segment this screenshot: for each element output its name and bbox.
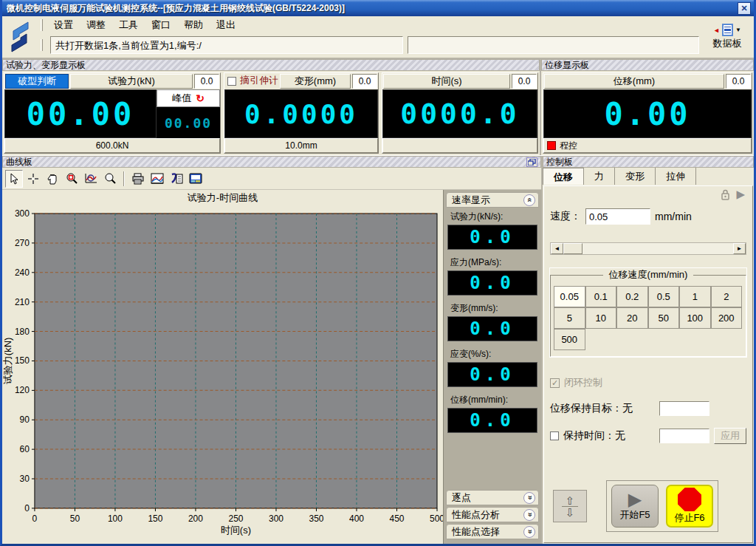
display-panels-row: 试验力、变形显示板 破型判断 试验力(kN) 0.0 00.00 峰值 bbox=[2, 59, 754, 155]
jog-up-icon: ⇧ bbox=[566, 496, 575, 505]
databoard-arrow-icon: ◄ bbox=[713, 27, 720, 34]
curve-panel-title: 曲线板 bbox=[6, 157, 32, 167]
scrollbar-thumb[interactable] bbox=[563, 243, 583, 254]
app-logo bbox=[2, 16, 36, 58]
start-button[interactable]: ▶ 开始F5 bbox=[611, 485, 659, 528]
collapsed-section-1[interactable]: 逐点« bbox=[446, 490, 539, 505]
force-label: 试验力(kN) bbox=[70, 74, 193, 89]
data-status-field: 共打开数据1条,当前位置为1,编号:/ bbox=[50, 36, 403, 54]
apply-button[interactable]: 应用 bbox=[714, 428, 746, 444]
deform-lcd: 0.0000 bbox=[224, 89, 378, 138]
menu-bar: 设置调整工具窗口帮助退出 bbox=[36, 16, 701, 34]
menu-item-4[interactable]: 窗口 bbox=[146, 17, 176, 33]
collapse-down-icon[interactable]: « bbox=[523, 526, 535, 538]
window-title: 微机控制电液伺服万能试验机测控系统--[预应力混凝土用钢绞线试验(GB/T522… bbox=[7, 2, 738, 15]
pointer-tool-icon[interactable] bbox=[5, 170, 23, 188]
zoom-chart-tool-icon[interactable] bbox=[82, 170, 100, 188]
tab-2[interactable]: 力 bbox=[584, 168, 615, 185]
rate-item: 位移(mm/min):0.0 bbox=[447, 392, 537, 433]
rate-panel-header[interactable]: 速率显示 « bbox=[446, 192, 539, 208]
close-icon[interactable]: ✕ bbox=[738, 2, 751, 15]
hand-tool-icon[interactable] bbox=[44, 170, 61, 188]
deform-label: 变形(mm) bbox=[280, 74, 351, 89]
zoom-reset-tool-icon[interactable] bbox=[101, 170, 119, 188]
speed-preset-button-2[interactable]: 2 bbox=[711, 286, 743, 307]
speed-preset-button-10[interactable]: 10 bbox=[585, 307, 617, 329]
collapsed-section-2[interactable]: 性能点分析« bbox=[446, 507, 539, 522]
tab-4[interactable]: 拉伸 bbox=[656, 168, 696, 185]
jog-updown-button[interactable]: ⇧ ⇩ bbox=[553, 490, 587, 522]
chart-options-icon[interactable] bbox=[148, 170, 166, 188]
speed-preset-button-100[interactable]: 100 bbox=[679, 307, 711, 329]
databoard-dropdown-icon[interactable]: ▼ bbox=[735, 27, 741, 33]
scrollbar-track[interactable] bbox=[563, 243, 733, 254]
rate-item: 应力(MPa/s):0.0 bbox=[447, 255, 537, 296]
control-panel: 控制板 位移力变形拉伸 ▶ 速度： mm/min ◄ ► bbox=[543, 156, 754, 544]
crosshair-tool-icon[interactable] bbox=[24, 170, 42, 188]
speed-preset-button-0.5[interactable]: 0.5 bbox=[648, 286, 680, 307]
title-bar: 微机控制电液伺服万能试验机测控系统--[预应力混凝土用钢绞线试验(GB/T522… bbox=[2, 0, 754, 16]
hold-time-input[interactable] bbox=[659, 429, 709, 443]
top-toolbar-zone: 设置调整工具窗口帮助退出 共打开数据1条,当前位置为1,编号:/ ◄ ▼ 数据板 bbox=[2, 16, 754, 59]
speed-preset-button-50[interactable]: 50 bbox=[648, 307, 680, 329]
display-options-icon[interactable] bbox=[187, 170, 205, 188]
collapse-up-icon[interactable]: « bbox=[523, 194, 535, 206]
speed-scrollbar[interactable]: ◄ ► bbox=[550, 242, 746, 255]
scrollbar-left-icon[interactable]: ◄ bbox=[551, 243, 563, 254]
rate-item-label: 应力(MPa/s): bbox=[447, 255, 537, 270]
menu-item-2[interactable]: 调整 bbox=[81, 17, 111, 33]
force-lcd: 00.00 bbox=[4, 89, 157, 138]
force-display-unit: 破型判断 试验力(kN) 0.0 00.00 峰值 ↻ 00.00 bbox=[4, 72, 221, 154]
speed-preset-button-500[interactable]: 500 bbox=[554, 329, 585, 350]
extensometer-checkbox[interactable] bbox=[227, 77, 236, 86]
rate-panel: 速率显示 « 试验力(kN/s):0.0应力(MPa/s):0.0变形(mm/s… bbox=[443, 190, 541, 544]
time-display-unit: 时间(s) 0.0 0000.0 bbox=[382, 72, 538, 154]
collapse-down-icon[interactable]: « bbox=[523, 492, 535, 504]
svg-text:300: 300 bbox=[15, 208, 30, 219]
peak-reset-icon[interactable]: ↻ bbox=[196, 92, 205, 104]
speed-preset-button-0.05[interactable]: 0.05 bbox=[554, 286, 585, 307]
menu-item-3[interactable]: 工具 bbox=[114, 17, 143, 33]
menu-item-1[interactable]: 设置 bbox=[49, 17, 78, 33]
restore-window-icon[interactable] bbox=[526, 157, 537, 167]
rate-item: 变形(mm/s):0.0 bbox=[447, 301, 537, 341]
extensometer-label: 摘引伸计 bbox=[240, 74, 278, 89]
force-deform-panel-title: 试验力、变形显示板 bbox=[2, 59, 540, 71]
menu-item-5[interactable]: 帮助 bbox=[179, 17, 208, 33]
speed-preset-button-0.1[interactable]: 0.1 bbox=[585, 286, 617, 307]
zoom-region-tool-icon[interactable] bbox=[63, 170, 80, 188]
export-data-icon[interactable] bbox=[168, 170, 185, 188]
scrollbar-right-icon[interactable]: ► bbox=[733, 243, 746, 254]
speed-preset-button-200[interactable]: 200 bbox=[711, 307, 743, 329]
svg-text:0: 0 bbox=[24, 503, 30, 513]
tab-3[interactable]: 变形 bbox=[615, 168, 656, 185]
svg-text:350: 350 bbox=[309, 513, 323, 524]
collapse-down-icon[interactable]: « bbox=[523, 509, 535, 521]
status-row: 共打开数据1条,当前位置为1,编号:/ bbox=[36, 34, 701, 56]
svg-text:500: 500 bbox=[430, 513, 443, 524]
speed-preset-button-5[interactable]: 5 bbox=[554, 307, 585, 329]
svg-text:400: 400 bbox=[349, 513, 364, 524]
break-detect-button[interactable]: 破型判断 bbox=[5, 74, 69, 89]
speed-label: 速度： bbox=[550, 210, 581, 223]
speed-unit: mm/min bbox=[655, 211, 692, 222]
tab-1[interactable]: 位移 bbox=[543, 168, 584, 185]
menu-item-6[interactable]: 退出 bbox=[211, 17, 241, 33]
databoard-button[interactable]: ◄ ▼ 数据板 bbox=[701, 16, 754, 58]
svg-text:150: 150 bbox=[148, 513, 162, 524]
hold-time-checkbox[interactable] bbox=[550, 431, 559, 440]
speed-input[interactable] bbox=[585, 208, 650, 225]
hold-target-input[interactable] bbox=[659, 401, 709, 416]
hold-target-label: 位移保持目标：无 bbox=[550, 402, 659, 415]
speed-preset-button-1[interactable]: 1 bbox=[679, 286, 711, 307]
svg-text:250: 250 bbox=[228, 513, 243, 524]
rate-item-label: 应变(%/s): bbox=[447, 347, 537, 362]
print-icon[interactable] bbox=[129, 170, 147, 188]
svg-text:180: 180 bbox=[15, 327, 30, 337]
speed-preset-button-0.2[interactable]: 0.2 bbox=[616, 286, 648, 307]
time-label: 时间(s) bbox=[383, 74, 510, 89]
start-button-label: 开始F5 bbox=[619, 508, 650, 522]
stop-button[interactable]: 停止F6 bbox=[666, 485, 713, 528]
speed-preset-button-20[interactable]: 20 bbox=[616, 307, 648, 329]
collapsed-section-3[interactable]: 性能点选择« bbox=[446, 524, 539, 539]
